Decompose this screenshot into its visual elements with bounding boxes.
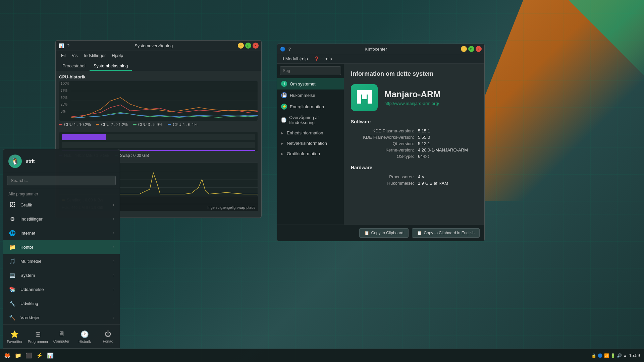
cpu-y-0: 0% <box>61 110 71 113</box>
grafik-expand-icon: ▶ <box>281 152 283 156</box>
taskbar-bluetooth-icon[interactable]: 🔵 <box>598 353 603 358</box>
app-menu-search <box>3 172 120 189</box>
hardware-section-title: Hardware <box>351 165 478 170</box>
netvaerk-expand-icon: ▶ <box>281 142 283 145</box>
mem-bar-used <box>62 134 106 140</box>
kinfo-modulhjaelp-btn[interactable]: ℹ Modulhjælp <box>280 55 311 62</box>
menu-item-vaerktojer-left: 🔨 Værktøjer <box>8 313 40 321</box>
taskbar-firefox-icon[interactable]: 🦊 <box>3 351 12 360</box>
taskbar-sysmon-icon[interactable]: 📊 <box>46 351 55 360</box>
brand-url[interactable]: http://www.manjaro-arm.org/ <box>384 101 441 106</box>
taskbar-volume-icon[interactable]: 🔊 <box>617 353 622 358</box>
sysmon-maximize-btn[interactable]: □ <box>245 43 251 49</box>
kinfo-nav-overvagning[interactable]: 📄 Overvågning af filindeksering <box>277 112 344 128</box>
kinfo-title: KInfocenter <box>291 47 461 52</box>
menu-item-uddannelse[interactable]: 📚 Uddannelse › <box>3 282 120 296</box>
taskbar-app4-icon[interactable]: ⚡ <box>35 351 44 360</box>
indstillinger-chevron: › <box>113 217 114 221</box>
menu-item-grafik[interactable]: 🖼 Grafik › <box>3 198 120 212</box>
kinfo-search-container <box>277 64 344 78</box>
taskbar-battery-icon: 🔋 <box>610 353 615 358</box>
kinfo-nav-grafik[interactable]: ▶ Grafikinformation <box>277 148 344 159</box>
hw-key-0: Processorer: <box>351 174 418 179</box>
sysmon-minimize-btn[interactable]: − <box>238 43 244 49</box>
menu-item-udvikling[interactable]: 🔧 Udvikling › <box>3 296 120 310</box>
kinfo-close-btn[interactable]: × <box>476 46 482 52</box>
hw-row-0: Processorer: 4 × <box>351 174 478 180</box>
kinfo-maximize-btn[interactable]: □ <box>468 46 474 52</box>
menu-item-system[interactable]: 💻 System › <box>3 268 120 282</box>
system-chevron: › <box>113 273 114 277</box>
sysmon-menu-indstillinger[interactable]: Indstillinger <box>81 52 109 59</box>
bottom-programmer[interactable]: ⊞ Programmer <box>26 328 50 346</box>
bottom-favoritter[interactable]: ⭐ Favoritter <box>3 328 26 346</box>
kinfo-help-btn[interactable]: ? <box>288 47 291 52</box>
taskbar-left: 🦊 📁 ⬛ ⚡ 📊 <box>0 351 55 360</box>
copy-clipboard-english-btn[interactable]: 📋 Copy to Clipboard in English <box>412 228 480 238</box>
sysmon-menu-hjaelp[interactable]: Hjælp <box>109 52 126 59</box>
kinfo-sidebar: ℹ Om systemet 💾 Hukommelse ⚡ Energiinfor… <box>277 64 344 225</box>
status-swap: Ingen tilgængelig swap-plads <box>208 205 255 209</box>
kinfo-nav-netvaerk[interactable]: ▶ Netværksinformation <box>277 138 344 148</box>
sysmon-tab-procestabel[interactable]: Procestabel <box>58 62 90 71</box>
username-label: strit <box>26 159 35 164</box>
kinfo-nav-om-systemet[interactable]: ℹ Om systemet <box>277 78 344 89</box>
taskbar-system-icons: 🔒 🔵 📶 🔋 🔊 ▲ <box>591 353 627 358</box>
bottom-computer[interactable]: 🖥 Computer <box>50 328 73 346</box>
taskbar-terminal-icon[interactable]: ⬛ <box>24 351 34 360</box>
sysmon-menubar: Fil Vis Indstillinger Hjælp <box>56 51 261 60</box>
kinfo-brand-text: Manjaro-ARM http://www.manjaro-arm.org/ <box>384 89 441 106</box>
user-avatar: 🐧 <box>8 155 22 168</box>
svg-rect-9 <box>368 90 372 104</box>
bottom-historik[interactable]: 🕐 Historik <box>73 328 97 346</box>
taskbar-clock: 15.59 <box>629 353 640 358</box>
taskbar-files-icon[interactable]: 📁 <box>13 351 23 360</box>
menu-item-multimedie[interactable]: 🎵 Multimedie › <box>3 254 120 268</box>
kinfo-nav-hukommelse[interactable]: 💾 Hukommelse <box>277 89 344 101</box>
sw-val-4: 64-bit <box>418 154 478 159</box>
kinfo-hjaelp-btn[interactable]: ❓ Hjælp <box>311 55 335 62</box>
internet-icon: 🌐 <box>8 229 16 237</box>
copy-clipboard-btn[interactable]: 📋 Copy to Clipboard <box>359 228 409 238</box>
sysmon-menu-vis[interactable]: Vis <box>69 52 80 59</box>
taskbar-notifications-icon[interactable]: ▲ <box>623 353 627 358</box>
taskbar-wifi-icon[interactable]: 📶 <box>604 353 609 358</box>
cpu-legend: CPU 1 : 10.2% CPU 2 : 21.2% CPU 3 : 5.9%… <box>59 121 258 128</box>
cpu-legend-4: CPU 4 : 6.4% <box>168 122 197 127</box>
menu-item-kontor[interactable]: 📁 Kontor › <box>3 240 120 254</box>
cpu-chart: 100% 75% 50% 25% 0% <box>59 81 258 121</box>
menu-item-internet[interactable]: 🌐 Internet › <box>3 226 120 240</box>
kinfo-nav-enhedsinformation[interactable]: ▶ Enhedsinformation <box>277 128 344 138</box>
kinfo-nav-energi[interactable]: ⚡ Energiinformation <box>277 101 344 112</box>
cpu-y-75: 75% <box>61 89 71 93</box>
vaerktojer-chevron: › <box>113 315 114 319</box>
sw-key-0: KDE Plasma-version: <box>351 128 418 133</box>
sw-val-0: 5.15.1 <box>418 128 478 133</box>
historik-icon: 🕐 <box>80 330 89 338</box>
kinfo-app-icon: 🔵 <box>280 46 286 52</box>
menu-item-vaerktojer[interactable]: 🔨 Værktøjer › <box>3 310 120 324</box>
menu-item-indstillinger[interactable]: ⚙ Indstillinger › <box>3 212 120 226</box>
sw-key-3: Kerne-version: <box>351 147 418 153</box>
kinfo-minimize-btn[interactable]: − <box>461 46 467 52</box>
kinfo-search-input[interactable] <box>280 66 341 75</box>
kinfo-page-title: Information om dette system <box>351 70 478 77</box>
menu-item-kontor-left: 📁 Kontor <box>8 243 33 251</box>
brand-name: Manjaro-ARM <box>384 89 441 100</box>
menu-item-system-left: 💻 System <box>8 271 35 279</box>
sysmon-titlebar-left: 📊 ? <box>58 43 69 49</box>
sysmon-help-btn[interactable]: ? <box>67 43 69 48</box>
overvagning-icon: 📄 <box>281 117 286 123</box>
udvikling-icon: 🔧 <box>8 299 16 307</box>
grafik-icon: 🖼 <box>8 201 16 209</box>
cpu-y-25: 25% <box>61 103 71 106</box>
uddannelse-chevron: › <box>113 287 114 291</box>
clipboard-icon: 📋 <box>364 231 369 235</box>
bottom-forlad[interactable]: ⏻ Forlad <box>96 328 120 346</box>
sysmon-tab-systembelastning[interactable]: Systembelastning <box>90 62 132 71</box>
sysmon-close-btn[interactable]: × <box>253 43 259 49</box>
sw-val-2: 5.12.1 <box>418 141 478 146</box>
app-search-input[interactable] <box>7 176 116 185</box>
sysmon-menu-fil[interactable]: Fil <box>58 52 68 59</box>
uddannelse-icon: 📚 <box>8 285 16 293</box>
